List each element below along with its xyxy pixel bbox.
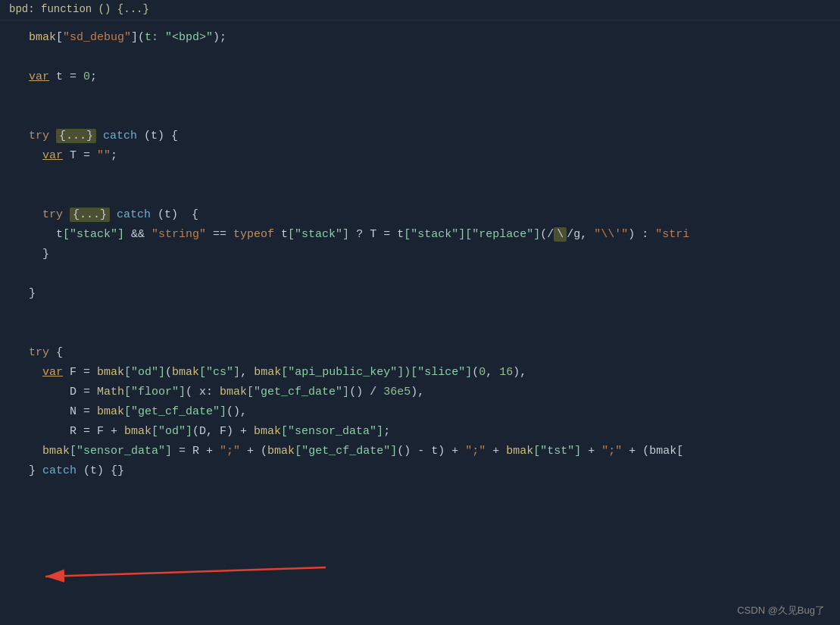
token: catch (117, 208, 151, 221)
token: (/ (540, 228, 554, 241)
token: ["stack"] (404, 228, 465, 241)
token: ["cs"] (199, 366, 240, 379)
token: (t) {} (77, 464, 124, 477)
code-line: var F = bmak["od"](bmak["cs"], bmak["api… (0, 363, 840, 383)
code-line: bmak["sd_debug"](t: "<bpd>"); (0, 28, 840, 48)
token: == (206, 228, 233, 241)
token: T = (63, 149, 97, 162)
token: (), (226, 405, 247, 418)
token: N = (15, 405, 97, 418)
token: [ (56, 31, 63, 44)
code-line (0, 166, 840, 186)
token: = R + (172, 445, 220, 458)
code-line: var t = 0; (0, 67, 840, 87)
code-line: } (0, 245, 840, 264)
token: bmak (506, 445, 533, 458)
code-line: t["stack"] && "string" == typeof t["stac… (0, 225, 840, 245)
title-bar: bpd: function () {...} (0, 0, 840, 20)
token: { (49, 346, 63, 359)
token: ); (213, 31, 226, 44)
token: ["floor"] (124, 386, 186, 398)
token: t: "<bpd>" (145, 31, 213, 44)
token: "string" (151, 228, 206, 241)
token: t (15, 228, 63, 241)
token: D = (15, 386, 97, 398)
token: "stri (655, 228, 689, 241)
token: bmak (97, 366, 124, 379)
token: () / (349, 386, 383, 398)
code-line: var T = ""; (0, 146, 840, 166)
token: var (42, 366, 63, 379)
token: ( (472, 366, 479, 379)
token: 0 (83, 70, 90, 83)
code-line (0, 304, 840, 323)
code-line (0, 264, 840, 284)
token: bmak (42, 445, 70, 458)
token: ( x: (186, 386, 220, 398)
token: try (29, 130, 49, 142)
token: , (240, 366, 254, 379)
code-line (0, 186, 840, 205)
token: 16 (499, 366, 513, 379)
token: ) : (628, 228, 655, 241)
token: bmak (124, 425, 151, 438)
token: var (42, 149, 63, 162)
token: ["sensor_data"] (70, 445, 172, 458)
token: 0 (479, 366, 486, 379)
token: } (15, 464, 42, 477)
token: catch (103, 130, 137, 142)
token: ["sensor_data"] (281, 425, 383, 438)
token: bmak (254, 425, 281, 438)
token: bmak (15, 31, 56, 44)
code-container: bmak["sd_debug"](t: "<bpd>"); var t = 0;… (0, 20, 840, 489)
token: bmak (254, 366, 281, 379)
token: 36e5 (383, 386, 411, 398)
token: t = (49, 70, 83, 83)
token: ";" (465, 445, 486, 458)
token: "sd_debug" (63, 31, 131, 44)
code-line (0, 107, 840, 127)
token: try (29, 346, 49, 359)
token: ["get_cf_date"] (124, 405, 226, 418)
token: ["get_cf_date"] (247, 386, 349, 398)
code-line (0, 323, 840, 343)
token: ["od"] (124, 366, 165, 379)
token: ["tst"] (533, 445, 581, 458)
token: } (15, 287, 36, 300)
svg-line-1 (45, 567, 326, 577)
title-text: bpd: function () {...} (9, 3, 149, 15)
token: bmak (97, 405, 124, 418)
collapsed-block: {...} (56, 129, 96, 143)
token: + (bmak[ (622, 445, 683, 458)
code-line: } catch (t) {} (0, 461, 840, 481)
token: ["stack"] (288, 228, 349, 241)
token: ; (383, 425, 390, 438)
arrow-annotation (0, 554, 394, 584)
token: )["slice"] (404, 366, 472, 379)
code-line: bmak["sensor_data"] = R + ";" + (bmak["g… (0, 442, 840, 461)
code-line: R = F + bmak["od"](D, F) + bmak["sensor_… (0, 422, 840, 442)
token: t (274, 228, 288, 241)
token: catch (42, 464, 77, 477)
collapsed-block: \ (554, 227, 567, 242)
token: ]( (131, 31, 145, 44)
token: ), (513, 366, 526, 379)
token: + (486, 445, 506, 458)
token: "" (97, 149, 111, 162)
token: bmak (267, 445, 295, 458)
token: () - t) + (397, 445, 465, 458)
token: ["replace"] (465, 228, 540, 241)
code-line: try { (0, 343, 840, 363)
code-line: try {...} catch (t) { (0, 205, 840, 225)
code-line (0, 48, 840, 67)
token: try (42, 208, 63, 221)
token: ";" (220, 445, 240, 458)
token: ";" (601, 445, 622, 458)
collapsed-block: {...} (70, 208, 110, 222)
code-line: N = bmak["get_cf_date"](), (0, 402, 840, 422)
token: && (124, 228, 151, 241)
token: /g, (567, 228, 594, 241)
token: bmak (220, 386, 247, 398)
code-line (0, 87, 840, 107)
token: var (29, 70, 49, 83)
